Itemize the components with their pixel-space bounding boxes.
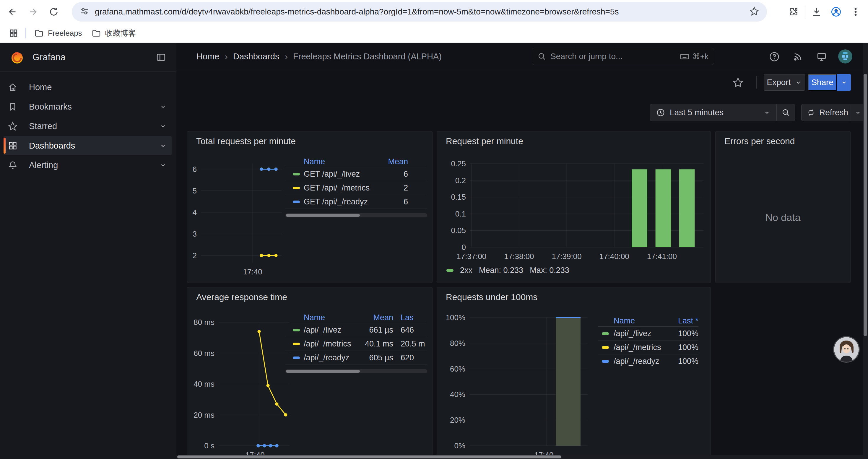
breadcrumb-current: Freeleaps Metrics Dashboard (ALPHA) [293, 52, 442, 61]
column-header-last[interactable]: Las [401, 313, 427, 322]
browser-toolbar: grafana.mathmast.com/d/deytv4rwavabkb/fr… [0, 0, 868, 24]
downloads-icon[interactable] [808, 4, 825, 20]
scrollbar-thumb[interactable] [177, 455, 561, 458]
share-button-group: Share [808, 74, 851, 91]
series-color-pill [602, 360, 609, 363]
scrollbar-thumb[interactable] [286, 370, 360, 373]
chevron-down-icon[interactable] [159, 122, 167, 130]
grafana-logo[interactable] [10, 50, 24, 64]
chevron-down-icon[interactable] [159, 161, 167, 169]
series-name[interactable]: GET /api/_/readyz [304, 197, 375, 206]
search-input[interactable]: Search or jump to... ⌘+k [532, 48, 714, 65]
favorite-star-icon[interactable] [732, 76, 745, 89]
sidebar-item-home[interactable]: Home [4, 78, 172, 97]
sidebar-item-label: Alerting [29, 160, 159, 170]
table-row[interactable]: /api/_/metrics 100% [598, 340, 699, 355]
back-button[interactable] [4, 4, 21, 20]
legend-table: Name Mean GET /api/_/livez 6 GET /api/_/… [285, 157, 427, 218]
column-header-mean[interactable]: Mean [375, 157, 408, 166]
panel-title[interactable]: Errors per second [724, 136, 795, 146]
scrollbar-thumb[interactable] [286, 214, 360, 217]
star-icon [8, 121, 29, 131]
svg-text:17:40:00: 17:40:00 [599, 252, 629, 261]
legend-table-header: Name Last * [598, 316, 699, 327]
table-scrollbar [285, 369, 427, 373]
menu-kebab-icon[interactable] [847, 4, 864, 20]
table-row[interactable]: /api/_/readyz 100% [598, 355, 699, 368]
sidebar-item-alerting[interactable]: Alerting [4, 156, 172, 174]
grafana-app: Grafana Home Bookmarks Starred [0, 43, 868, 459]
scrollbar-thumb[interactable] [864, 74, 867, 336]
series-name[interactable]: /api/_/readyz [614, 357, 670, 366]
column-header-name[interactable]: Name [304, 313, 359, 322]
column-header-last[interactable]: Last * [670, 316, 699, 326]
table-row[interactable]: GET /api/_/metrics 2 [285, 181, 427, 195]
refresh-button[interactable]: Refresh [802, 104, 850, 121]
clock-icon [656, 108, 665, 117]
help-icon[interactable] [768, 50, 781, 64]
kiosk-monitor-icon[interactable] [815, 50, 829, 64]
series-name[interactable]: /api/_/metrics [614, 343, 670, 352]
legend-table: Name Last * /api/_/livez 100% /api/_/met… [598, 316, 699, 368]
series-name[interactable]: GET /api/_/livez [304, 169, 375, 179]
column-header-name[interactable]: Name [614, 316, 670, 326]
toolbar-divider [805, 6, 805, 18]
share-dropdown-button[interactable] [837, 74, 851, 91]
table-row[interactable]: /api/_/livez 661 µs 646 [285, 323, 427, 337]
column-header-name[interactable]: Name [304, 157, 375, 166]
reload-button[interactable] [45, 4, 62, 20]
table-row[interactable]: /api/_/livez 100% [598, 327, 699, 340]
table-row[interactable]: GET /api/_/readyz 6 [285, 195, 427, 209]
news-rss-icon[interactable] [791, 50, 805, 64]
brand-title[interactable]: Grafana [32, 52, 66, 63]
breadcrumb-dashboards[interactable]: Dashboards [233, 52, 279, 61]
breadcrumb-separator: › [284, 51, 288, 62]
extensions-icon[interactable] [785, 4, 802, 20]
sidebar-item-bookmarks[interactable]: Bookmarks [4, 97, 172, 116]
series-name[interactable]: GET /api/_/metrics [304, 184, 375, 193]
breadcrumb-separator: › [224, 51, 228, 62]
chevron-down-icon[interactable] [159, 103, 167, 110]
table-row[interactable]: /api/_/readyz 605 µs 620 [285, 351, 427, 365]
sidebar-item-starred[interactable]: Starred [4, 117, 172, 136]
share-button[interactable]: Share [808, 74, 837, 91]
apps-grid-icon[interactable] [5, 25, 22, 41]
svg-text:40%: 40% [450, 390, 465, 399]
series-color-pill [446, 269, 454, 272]
export-button[interactable]: Export [764, 74, 805, 91]
sidebar-item-dashboards[interactable]: Dashboards [4, 136, 172, 155]
forward-button[interactable] [25, 4, 41, 20]
table-row[interactable]: /api/_/metrics 40.1 ms 20.5 m [285, 337, 427, 351]
assistant-avatar[interactable] [834, 337, 859, 362]
time-range-picker[interactable]: Last 5 minutes [650, 104, 776, 121]
zoom-out-button[interactable] [776, 104, 795, 121]
bookmark-star-icon[interactable] [749, 6, 759, 18]
requests-under-100ms-chart[interactable]: 100%80%60%40%20%0%17:40 [437, 287, 711, 459]
dock-menu-icon[interactable] [156, 52, 166, 63]
no-data-message: No data [716, 212, 850, 223]
series-last: 100% [670, 343, 699, 352]
folder-icon [92, 28, 101, 38]
folder-icon [34, 28, 44, 38]
breadcrumb-home[interactable]: Home [196, 52, 219, 61]
svg-text:60 ms: 60 ms [193, 349, 215, 358]
series-name[interactable]: /api/_/metrics [304, 339, 359, 349]
series-last: 100% [670, 357, 699, 366]
series-name[interactable]: /api/_/livez [614, 329, 670, 338]
profile-icon[interactable] [828, 4, 844, 20]
table-row[interactable]: GET /api/_/livez 6 [285, 167, 427, 181]
url-text[interactable]: grafana.mathmast.com/d/deytv4rwavabkb/fr… [95, 7, 749, 17]
series-name[interactable]: /api/_/livez [304, 326, 359, 335]
legend-series-name[interactable]: 2xx [460, 266, 472, 275]
site-settings-icon[interactable] [80, 6, 90, 18]
user-avatar[interactable] [838, 49, 852, 64]
refresh-icon [807, 108, 815, 117]
bookmark-folder-freeleaps[interactable]: Freeleaps [30, 26, 87, 40]
chevron-down-icon[interactable] [159, 142, 167, 150]
request-per-minute-chart[interactable]: 0.250.20.150.10.05017:37:0017:38:0017:39… [437, 131, 711, 283]
series-name[interactable]: /api/_/readyz [304, 353, 359, 362]
bookmark-folder-blogs[interactable]: 收藏博客 [87, 26, 141, 40]
url-bar[interactable]: grafana.mathmast.com/d/deytv4rwavabkb/fr… [72, 2, 767, 22]
column-header-mean[interactable]: Mean [359, 313, 393, 322]
search-icon [537, 52, 546, 61]
